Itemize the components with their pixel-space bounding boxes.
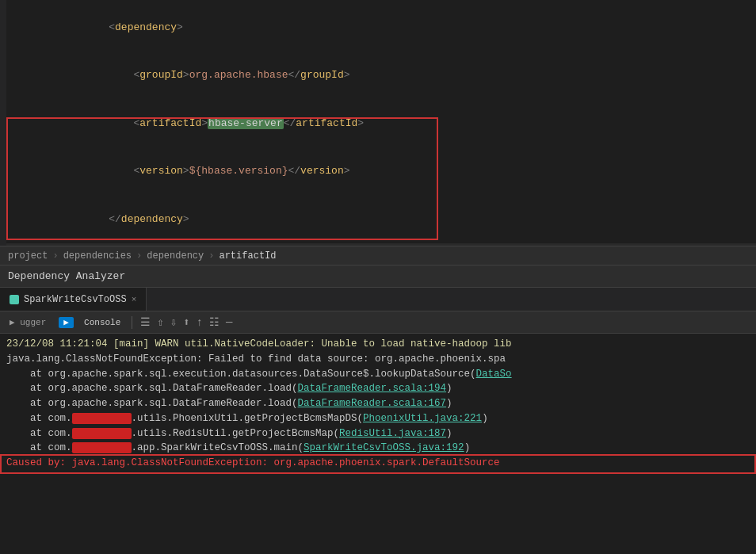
console-line-stack1: at org.apache.spark.sql.execution.dataso… (6, 367, 750, 382)
caused-by-wrapper: Caused by: java.lang.ClassNotFoundExcept… (6, 456, 750, 471)
code-line: <groupId>org.apache.hbase</groupId> (0, 52, 756, 100)
dataframereader-194-link[interactable]: DataFrameReader.scala:194 (298, 383, 447, 394)
toolbar-up3-icon[interactable]: ↑ (197, 316, 203, 329)
console-line-stack5: at com.__________.utils.RedisUtil.getPro… (6, 426, 750, 441)
console-icon: ▶ (59, 317, 74, 328)
toolbar-down-icon[interactable]: ⇩ (170, 315, 177, 329)
dependency-analyzer-label: Dependency Analyzer (8, 270, 125, 282)
redacted-2: __________ (72, 428, 132, 439)
breadcrumb-artifactid[interactable]: artifactId (219, 250, 276, 262)
code-line: <artifactId>hbase-server</artifactId> (0, 99, 756, 147)
console-line-stack2: at org.apache.spark.sql.DataFrameReader.… (6, 381, 750, 396)
debugger-btn[interactable]: ▶ ugger (6, 315, 49, 329)
console-label[interactable]: ▶ Console (55, 315, 124, 329)
phoenixutil-link[interactable]: PhoenixUtil.java:221 (363, 413, 482, 424)
breadcrumb-project[interactable]: project (8, 250, 48, 262)
redacted-1: __________ (72, 413, 132, 424)
console-line-stack6: at com.__________.app.SparkWriteCsvToOSS… (6, 441, 750, 456)
code-line: <dependency> (0, 3, 756, 52)
editor-area: <dependency> <groupId>org.apache.hbase</… (0, 0, 756, 246)
breadcrumb-dependency[interactable]: dependency (147, 250, 204, 262)
redacted-3: __________ (72, 442, 132, 453)
dataframereader-167-link[interactable]: DataFrameReader.scala:167 (298, 398, 447, 409)
console-line-caused-by: Caused by: java.lang.ClassNotFoundExcept… (6, 456, 750, 471)
tab-sparkwrite[interactable]: SparkWriteCsvToOSS × (0, 288, 147, 311)
toolbar-grid-icon[interactable]: ☷ (209, 315, 220, 329)
toolbar-menu-icon[interactable]: ☰ (140, 315, 151, 329)
code-line: <version>${hbase.version}</version> (0, 147, 756, 196)
toolbar-up2-icon[interactable]: ⬆ (183, 315, 189, 329)
console-line-warn: 23/12/08 11:21:04 [main] WARN util.Nativ… (6, 337, 750, 352)
console-line-stack4: at com.__________.utils.PhoenixUtil.getP… (6, 411, 750, 426)
tab-label: SparkWriteCsvToOSS (24, 294, 127, 305)
breadcrumb: project › dependencies › dependency › ar… (0, 246, 756, 265)
tab-bar: SparkWriteCsvToOSS × (0, 287, 756, 311)
code-line: <dependency> (0, 243, 756, 246)
tab-file-icon (10, 295, 19, 304)
console-output: 23/12/08 11:21:04 [main] WARN util.Nativ… (0, 333, 756, 529)
toolbar-sep (132, 316, 132, 329)
sparkwrite-link[interactable]: SparkWriteCsvToOSS.java:192 (304, 442, 464, 453)
toolbar-up-icon[interactable]: ⇧ (157, 315, 163, 329)
datasource-link[interactable]: DataSo (476, 369, 512, 380)
breadcrumb-dependencies[interactable]: dependencies (63, 250, 132, 262)
left-sidebar (0, 0, 6, 246)
code-line: </dependency> (0, 195, 756, 243)
toolbar-lines-icon[interactable]: ─ (226, 316, 232, 329)
tab-close-button[interactable]: × (132, 295, 137, 304)
redisutil-link[interactable]: RedisUtil.java:187 (339, 428, 446, 439)
console-toolbar: ▶ ugger ▶ Console ☰ ⇧ ⇩ ⬆ ↑ ☷ ─ (0, 311, 756, 333)
console-line-stack3: at org.apache.spark.sql.DataFrameReader.… (6, 396, 750, 411)
dependency-analyzer-panel: Dependency Analyzer (0, 265, 756, 287)
console-line-exception: java.lang.ClassNotFoundException: Failed… (6, 352, 750, 367)
